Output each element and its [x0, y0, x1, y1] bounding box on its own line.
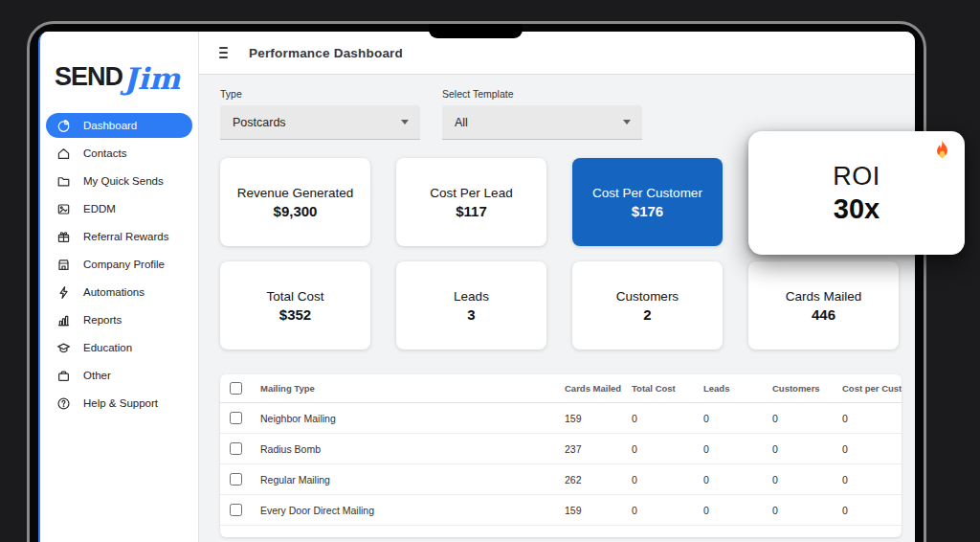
column-header: Customers [772, 383, 842, 394]
home-icon [56, 147, 71, 161]
cell-customers: 0 [772, 413, 842, 424]
sidebar-item-referral-rewards[interactable]: Referral Rewards [46, 224, 192, 249]
sidebar-item-reports[interactable]: Reports [46, 307, 192, 332]
stat-value: 30x [834, 193, 880, 225]
sidebar-item-label: EDDM [83, 203, 116, 215]
cell-total-cost: 0 [632, 505, 703, 516]
stat-value: 2 [643, 306, 651, 323]
sidebar-item-label: Other [83, 370, 111, 381]
row-checkbox[interactable] [230, 412, 242, 424]
cell-total-cost: 0 [632, 443, 703, 455]
stat-label: Customers [616, 289, 679, 304]
stat-label: Cards Mailed [786, 289, 862, 304]
sidebar-item-label: Help & Support [83, 397, 158, 409]
cell-cost-per-customer: 0 [842, 474, 902, 486]
cell-cards-mailed: 262 [565, 474, 632, 486]
folder-icon [56, 174, 71, 189]
template-select-value: All [455, 116, 468, 129]
column-header: Total Cost [632, 383, 703, 394]
lightning-icon [56, 285, 71, 300]
cell-mailing-type: Neighbor Mailing [260, 413, 565, 424]
stat-label: Cost Per Lead [430, 186, 512, 200]
stat-value: $9,300 [274, 203, 318, 219]
cell-cards-mailed: 159 [565, 505, 632, 516]
stat-card-cards-mailed[interactable]: Cards Mailed 446 [748, 261, 899, 350]
table-row[interactable]: Regular Mailing 262 0 0 0 0 [220, 464, 902, 495]
table-row[interactable]: Every Door Direct Mailing 159 0 0 0 0 [220, 495, 902, 526]
column-header: Leads [703, 383, 772, 394]
storefront-icon [56, 258, 71, 272]
topbar: Performance Dashboard [199, 32, 915, 75]
image-icon [56, 202, 71, 216]
chevron-down-icon [401, 120, 409, 124]
cell-leads: 0 [703, 443, 772, 455]
column-header: Cards Mailed [565, 383, 632, 394]
type-select[interactable]: Postcards [220, 105, 420, 140]
bar-chart-icon [56, 313, 71, 327]
filter-type: Type Postcards [220, 88, 420, 140]
brand-logo-primary: SEND [55, 62, 122, 92]
cell-customers: 0 [772, 474, 842, 486]
cell-cost-per-customer: 0 [842, 505, 902, 516]
cell-mailing-type: Radius Bomb [260, 443, 565, 455]
stat-card-cost-per-customer[interactable]: Cost Per Customer $176 [572, 158, 723, 246]
cell-total-cost: 0 [632, 474, 703, 486]
sidebar-item-company-profile[interactable]: Company Profile [46, 252, 192, 277]
sidebar-item-help-support[interactable]: Help & Support [46, 391, 192, 416]
table-row[interactable]: Neighbor Mailing 159 0 0 0 0 [220, 403, 902, 434]
column-header: Cost per Customer [842, 383, 902, 394]
help-circle-icon [56, 396, 71, 411]
template-select[interactable]: All [442, 105, 642, 140]
brand-logo-accent: Jim [123, 61, 180, 96]
column-header: Mailing Type [260, 383, 565, 394]
sidebar-item-label: Education [83, 342, 132, 353]
cell-leads: 0 [703, 413, 772, 424]
cell-cost-per-customer: 0 [842, 443, 902, 455]
sidebar-item-label: Automations [83, 286, 145, 298]
stat-value: $352 [279, 306, 311, 323]
stat-card-customers[interactable]: Customers 2 [572, 261, 723, 350]
type-select-value: Postcards [233, 116, 286, 129]
graduation-cap-icon [56, 341, 71, 355]
sidebar-item-my-quick-sends[interactable]: My Quick Sends [46, 169, 192, 193]
stat-label: Total Cost [266, 289, 323, 304]
stat-value: $176 [632, 203, 663, 219]
brand-logo: SEND Jim [55, 57, 198, 92]
sidebar-item-label: Referral Rewards [83, 231, 168, 242]
sidebar-item-contacts[interactable]: Contacts [46, 141, 192, 166]
table-row[interactable]: Radius Bomb 237 0 0 0 0 [220, 434, 902, 464]
chevron-down-icon [623, 120, 631, 124]
filter-type-label: Type [220, 88, 420, 100]
device-mockup: SEND Jim Dashboard Contacts My Quick Sen… [0, 0, 980, 542]
stat-value: 3 [467, 306, 475, 323]
sidebar-item-eddm[interactable]: EDDM [46, 196, 192, 221]
app-screen: SEND Jim Dashboard Contacts My Quick Sen… [38, 32, 915, 542]
filter-template: Select Template All [442, 88, 642, 140]
stat-card-revenue-generated[interactable]: Revenue Generated $9,300 [220, 158, 370, 246]
cell-mailing-type: Regular Mailing [260, 474, 565, 486]
row-checkbox[interactable] [230, 442, 242, 455]
filter-template-label: Select Template [442, 88, 642, 100]
fire-icon [934, 140, 950, 160]
row-checkbox[interactable] [230, 504, 242, 516]
sidebar-item-dashboard[interactable]: Dashboard [46, 113, 192, 138]
main-area: Performance Dashboard Type Postcards Sel… [199, 32, 915, 542]
mailing-table: Mailing Type Cards Mailed Total Cost Lea… [220, 374, 902, 537]
sidebar-item-automations[interactable]: Automations [46, 280, 192, 305]
sidebar-nav: Dashboard Contacts My Quick Sends EDDM R [40, 113, 198, 418]
page-title: Performance Dashboard [249, 46, 403, 60]
stat-card-cost-per-lead[interactable]: Cost Per Lead $117 [396, 158, 546, 246]
pie-chart-icon [56, 119, 71, 133]
sidebar-item-education[interactable]: Education [46, 335, 192, 360]
stat-label: Revenue Generated [237, 186, 354, 200]
stat-card-leads[interactable]: Leads 3 [396, 261, 546, 350]
stat-card-total-cost[interactable]: Total Cost $352 [220, 261, 370, 350]
stat-value: 446 [812, 306, 835, 323]
briefcase-icon [56, 369, 71, 383]
stat-card-roi[interactable]: ROI 30x [748, 131, 965, 255]
select-all-checkbox[interactable] [230, 382, 242, 395]
hamburger-icon[interactable] [219, 47, 233, 58]
cell-leads: 0 [703, 505, 772, 516]
sidebar-item-other[interactable]: Other [46, 363, 192, 388]
row-checkbox[interactable] [230, 473, 242, 486]
